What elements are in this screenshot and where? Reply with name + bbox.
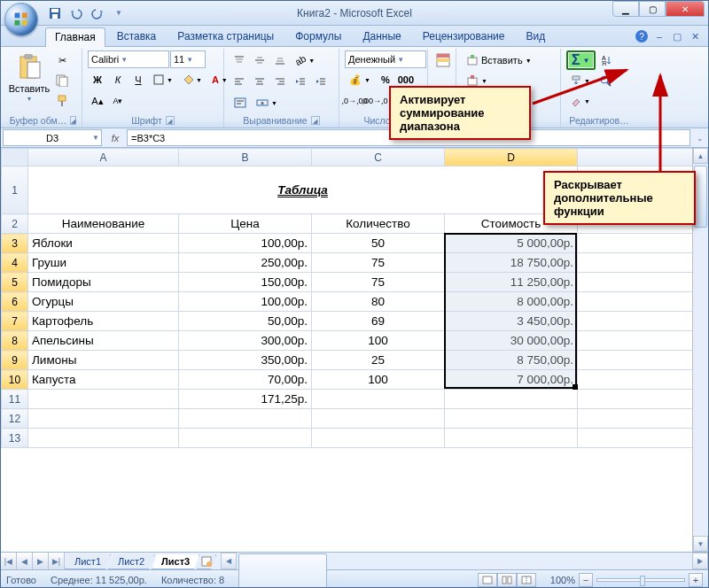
minimize-button[interactable]: ▁ (612, 1, 639, 17)
cell-cost-5[interactable]: 11 250,00р. (445, 273, 578, 292)
cell-blank[interactable] (578, 253, 693, 273)
cell-cost-3[interactable]: 5 000,00р. (445, 234, 578, 253)
row-header-13[interactable]: 13 (2, 429, 28, 448)
alignment-dialog-launcher[interactable]: ◢ (311, 116, 320, 125)
cell-cost-7[interactable]: 3 450,00р. (445, 312, 578, 331)
cell-blank[interactable] (312, 409, 445, 429)
row-header-2[interactable]: 2 (2, 214, 28, 234)
horizontal-scrollbar[interactable]: ◀ ▶ (221, 553, 708, 569)
cell-qty-8[interactable]: 100 (312, 331, 445, 351)
col-header-B[interactable]: B (179, 149, 312, 166)
redo-button[interactable] (88, 4, 107, 23)
cell-price-10[interactable]: 70,00р. (179, 370, 312, 390)
scroll-left-button[interactable]: ◀ (221, 553, 237, 569)
cell-blank[interactable] (445, 409, 578, 429)
view-normal-button[interactable] (478, 573, 497, 587)
row-header-5[interactable]: 5 (2, 273, 28, 292)
cell-qty-9[interactable]: 25 (312, 351, 445, 370)
italic-button[interactable]: К (108, 70, 128, 89)
align-top-button[interactable] (230, 50, 249, 70)
row-header-6[interactable]: 6 (2, 292, 28, 312)
ribbon-tab-0[interactable]: Главная (45, 27, 105, 47)
zoom-slider[interactable] (596, 578, 685, 582)
cell-qty-7[interactable]: 69 (312, 312, 445, 331)
cell-name-5[interactable]: Помидоры (28, 273, 179, 292)
maximize-button[interactable]: ▢ (639, 1, 666, 17)
cell-blank[interactable] (28, 429, 179, 448)
cell-blank[interactable] (578, 331, 693, 351)
office-button[interactable] (4, 3, 38, 36)
currency-button[interactable]: 💰▼ (345, 70, 375, 89)
cell-name-4[interactable]: Груши (28, 253, 179, 273)
name-box[interactable]: D3 ▼ (3, 129, 102, 146)
align-middle-button[interactable] (250, 50, 269, 70)
scroll-thumb[interactable] (694, 166, 707, 228)
fill-color-button[interactable]: ▼ (178, 70, 206, 89)
table-title-cell[interactable]: Таблица (28, 166, 578, 214)
cell-cost-9[interactable]: 8 750,00р. (445, 351, 578, 370)
tab-prev-button[interactable]: ◀ (17, 553, 33, 569)
paste-button[interactable]: Вставить ▼ (10, 50, 49, 104)
cell-name-7[interactable]: Картофель (28, 312, 179, 331)
sheet-tab-1[interactable]: Лист2 (108, 554, 154, 569)
fill-button[interactable]: ▼ (566, 71, 595, 90)
row-header-1[interactable]: 1 (2, 166, 28, 214)
align-center-button[interactable] (250, 72, 269, 91)
align-left-button[interactable] (230, 72, 249, 91)
cell-blank[interactable] (578, 370, 693, 390)
col-header-blank[interactable] (578, 149, 693, 166)
cell-blank[interactable] (578, 292, 693, 312)
font-dialog-launcher[interactable]: ◢ (166, 116, 175, 125)
cell-blank[interactable] (578, 409, 693, 429)
cell-qty-4[interactable]: 75 (312, 253, 445, 273)
col-header-C[interactable]: C (312, 149, 445, 166)
cell-name-6[interactable]: Огурцы (28, 292, 179, 312)
cell-cost-8[interactable]: 30 000,00р. (445, 331, 578, 351)
cut-button[interactable]: ✂ (52, 50, 72, 70)
cell-blank[interactable] (179, 429, 312, 448)
doc-close-button[interactable]: ✕ (687, 28, 703, 44)
wrap-text-button[interactable] (230, 93, 251, 112)
cell-blank[interactable] (578, 390, 693, 409)
sort-filter-button[interactable]: AЯ (596, 50, 616, 70)
copy-button[interactable] (52, 71, 72, 90)
col-header-D[interactable]: D (445, 149, 578, 166)
sheet-tab-0[interactable]: Лист1 (65, 554, 111, 569)
cell-price-7[interactable]: 50,00р. (179, 312, 312, 331)
cell-qty-6[interactable]: 80 (312, 292, 445, 312)
help-button[interactable]: ? (634, 28, 650, 44)
conditional-formatting-button[interactable] (433, 50, 453, 70)
autosum-button[interactable]: Σ▼ (566, 50, 596, 70)
save-button[interactable] (45, 4, 65, 23)
row-header-11[interactable]: 11 (2, 390, 28, 409)
zoom-out-button[interactable]: − (579, 573, 593, 587)
ribbon-tab-2[interactable]: Разметка страницы (168, 27, 284, 46)
cell-cost-4[interactable]: 18 750,00р. (445, 253, 578, 273)
row-header-10[interactable]: 10 (2, 370, 28, 390)
zoom-in-button[interactable]: + (689, 573, 703, 587)
new-sheet-button[interactable] (197, 554, 216, 569)
cell-name-8[interactable]: Апельсины (28, 331, 179, 351)
cell-B11[interactable]: 171,25р. (179, 390, 312, 409)
qat-customize-button[interactable]: ▼ (109, 4, 129, 23)
cell-blank[interactable] (578, 429, 693, 448)
merge-center-button[interactable]: a▼ (252, 93, 282, 112)
cell-name-9[interactable]: Лимоны (28, 351, 179, 370)
cell-blank[interactable] (578, 351, 693, 370)
undo-button[interactable] (66, 4, 86, 23)
cell-qty-3[interactable]: 50 (312, 234, 445, 253)
find-select-button[interactable] (596, 71, 615, 90)
cell-name-10[interactable]: Капуста (28, 370, 179, 390)
row-header-7[interactable]: 7 (2, 312, 28, 331)
number-format-combo[interactable]: Денежный▼ (345, 50, 426, 68)
scroll-down-button[interactable]: ▼ (693, 536, 708, 552)
view-page-layout-button[interactable] (497, 573, 517, 587)
cell-A11[interactable] (28, 390, 179, 409)
cell-blank[interactable] (312, 390, 445, 409)
insert-cells-button[interactable]: Вставить▼ (462, 50, 536, 70)
row-header-12[interactable]: 12 (2, 409, 28, 429)
row-header-9[interactable]: 9 (2, 351, 28, 370)
cell-blank[interactable] (445, 429, 578, 448)
cell-qty-5[interactable]: 75 (312, 273, 445, 292)
cell-price-3[interactable]: 100,00р. (179, 234, 312, 253)
